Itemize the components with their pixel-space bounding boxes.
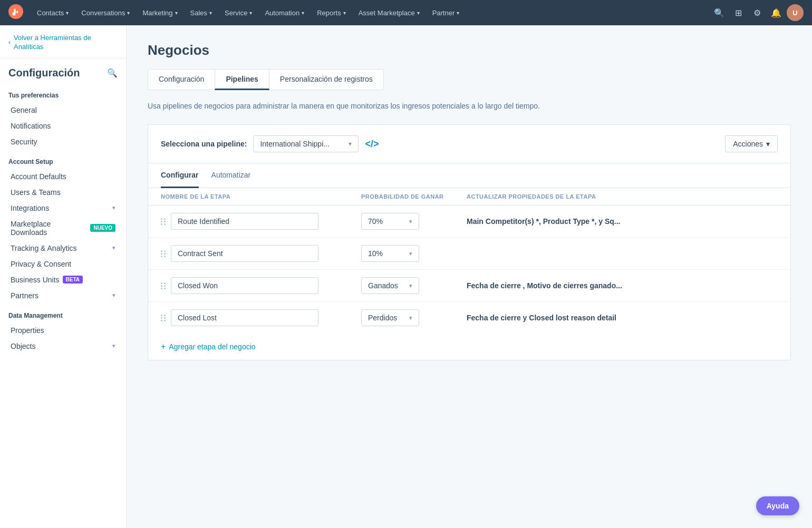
stage-prob-value: 10% — [368, 249, 406, 258]
chevron-down-icon: ▾ — [417, 10, 420, 16]
sidebar-item-account-defaults[interactable]: Account Defaults — [2, 169, 124, 184]
sidebar-item-tracking-analytics[interactable]: Tracking & Analytics ▾ — [2, 240, 124, 256]
stage-name-input[interactable] — [171, 245, 318, 262]
section-title-account-setup: Account Setup — [0, 150, 126, 169]
marketplace-icon[interactable]: ⊞ — [730, 4, 747, 21]
stage-prob-dropdown[interactable]: Perdidos ▾ — [361, 309, 419, 326]
tab-configuracion[interactable]: Configuración — [148, 69, 215, 90]
sidebar-search-icon[interactable]: 🔍 — [107, 68, 118, 78]
chevron-down-icon: ▾ — [302, 10, 304, 16]
stage-rows-container: 70% ▾ Main Competitor(s) *, Product Type… — [148, 206, 790, 334]
chevron-down-icon: ▾ — [175, 10, 178, 16]
stage-name-input[interactable] — [171, 309, 318, 326]
description-text: Usa pipelines de negocios para administr… — [148, 101, 791, 112]
chevron-down-icon: ▾ — [249, 10, 252, 16]
sidebar-item-integrations[interactable]: Integrations ▾ — [2, 200, 124, 216]
nav-marketing[interactable]: Marketing ▾ — [137, 7, 182, 19]
pipeline-dropdown[interactable]: International Shippi... ▾ — [253, 135, 359, 152]
stage-prob-value: Perdidos — [368, 314, 406, 322]
chevron-down-icon: ▾ — [409, 218, 412, 225]
sidebar-item-marketplace-downloads[interactable]: Marketplace Downloads NUEVO — [2, 216, 124, 240]
top-nav: Contacts ▾ Conversations ▾ Marketing ▾ S… — [0, 0, 812, 25]
col-header-update: ACTUALIZAR PROPIEDADES DE LA ETAPA — [467, 193, 778, 200]
hubspot-logo[interactable] — [8, 4, 25, 21]
back-link[interactable]: ‹ Volver a Herramientas de Analíticas — [8, 34, 118, 52]
tab-pipelines[interactable]: Pipelines — [215, 69, 269, 90]
col-header-prob: PROBABILIDAD DE GANAR — [361, 193, 467, 200]
table-row: 10% ▾ — [148, 238, 790, 270]
inner-panel: Configurar Automatizar NOMBRE DE LA ETAP… — [148, 163, 791, 360]
page-tabs: Configuración Pipelines Personalización … — [148, 69, 791, 90]
sidebar-title: Configuración — [8, 67, 80, 79]
stage-prob-dropdown[interactable]: 70% ▾ — [361, 213, 419, 230]
section-title-preferencias: Tus preferencias — [0, 83, 126, 102]
search-icon[interactable]: 🔍 — [711, 4, 728, 21]
stage-prob-cell: 10% ▾ — [361, 245, 467, 262]
inner-tab-configurar[interactable]: Configurar — [161, 163, 199, 188]
sidebar-item-general[interactable]: General — [2, 102, 124, 118]
sidebar-title-area: Configuración 🔍 — [0, 58, 126, 83]
chevron-down-icon: ▾ — [409, 250, 412, 257]
plus-icon: + — [161, 342, 166, 351]
update-props-text: Main Competitor(s) *, Product Type *, y … — [467, 217, 620, 226]
sidebar: ‹ Volver a Herramientas de Analíticas Co… — [0, 25, 127, 528]
sidebar-item-business-units[interactable]: Business Units BETA — [2, 272, 124, 288]
stage-name-input[interactable] — [171, 213, 318, 230]
notifications-icon[interactable]: 🔔 — [768, 4, 785, 21]
chevron-down-icon: ▾ — [66, 10, 69, 16]
app-layout: ‹ Volver a Herramientas de Analíticas Co… — [0, 25, 812, 528]
nav-reports[interactable]: Reports ▾ — [312, 7, 351, 19]
acciones-button[interactable]: Acciones ▾ — [725, 135, 778, 152]
chevron-down-icon: ▾ — [112, 204, 115, 211]
add-stage-label: Agregar etapa del negocio — [169, 343, 255, 351]
back-arrow-icon: ‹ — [8, 38, 11, 47]
nav-contacts[interactable]: Contacts ▾ — [32, 7, 74, 19]
add-stage-link[interactable]: + Agregar etapa del negocio — [161, 342, 778, 351]
table-header: NOMBRE DE LA ETAPA PROBABILIDAD DE GANAR… — [148, 188, 790, 206]
stage-prob-dropdown[interactable]: Ganados ▾ — [361, 277, 419, 294]
chevron-down-icon: ▾ — [343, 10, 346, 16]
nav-sales[interactable]: Sales ▾ — [185, 7, 218, 19]
sidebar-item-security[interactable]: Security — [2, 134, 124, 150]
inner-tab-automatizar[interactable]: Automatizar — [211, 163, 251, 188]
help-button[interactable]: Ayuda — [756, 496, 799, 515]
sidebar-item-objects[interactable]: Objects ▾ — [2, 338, 124, 354]
nav-partner[interactable]: Partner ▾ — [427, 7, 465, 19]
chevron-down-icon: ▾ — [409, 315, 412, 321]
drag-handle[interactable] — [161, 282, 166, 289]
chevron-down-icon: ▾ — [766, 140, 770, 148]
inner-tabs: Configurar Automatizar — [148, 163, 790, 188]
stage-prob-cell: 70% ▾ — [361, 213, 467, 230]
nav-service[interactable]: Service ▾ — [219, 7, 257, 19]
sidebar-item-users-teams[interactable]: Users & Teams — [2, 184, 124, 200]
stage-name-cell — [161, 277, 361, 294]
sidebar-item-partners[interactable]: Partners ▾ — [2, 288, 124, 304]
stage-prob-value: 70% — [368, 217, 406, 226]
user-avatar[interactable]: U — [787, 4, 804, 21]
stage-name-input[interactable] — [171, 277, 318, 294]
col-header-name: NOMBRE DE LA ETAPA — [161, 193, 361, 200]
chevron-down-icon: ▾ — [112, 292, 115, 299]
sidebar-item-privacy-consent[interactable]: Privacy & Consent — [2, 256, 124, 272]
nav-asset-marketplace[interactable]: Asset Marketplace ▾ — [353, 7, 425, 19]
stage-name-cell — [161, 309, 361, 326]
drag-handle[interactable] — [161, 218, 166, 225]
add-stage-row: + Agregar etapa del negocio — [148, 334, 790, 360]
stages-table: NOMBRE DE LA ETAPA PROBABILIDAD DE GANAR… — [148, 188, 790, 360]
table-row: Ganados ▾ Fecha de cierre , Motivo de ci… — [148, 270, 790, 302]
sidebar-item-notifications[interactable]: Notifications — [2, 118, 124, 134]
nav-automation[interactable]: Automation ▾ — [259, 7, 310, 19]
tab-personalizacion[interactable]: Personalización de registros — [269, 69, 384, 90]
sidebar-item-properties[interactable]: Properties — [2, 322, 124, 338]
chevron-down-icon: ▾ — [127, 10, 130, 16]
stage-prob-cell: Perdidos ▾ — [361, 309, 467, 326]
stage-name-cell — [161, 245, 361, 262]
settings-icon[interactable]: ⚙ — [749, 4, 766, 21]
drag-handle[interactable] — [161, 250, 166, 257]
nav-conversations[interactable]: Conversations ▾ — [76, 7, 135, 19]
code-snippet-icon[interactable]: </> — [365, 139, 379, 150]
chevron-down-icon: ▾ — [112, 245, 115, 251]
stage-prob-dropdown[interactable]: 10% ▾ — [361, 245, 419, 262]
stage-prob-value: Ganados — [368, 281, 406, 290]
drag-handle[interactable] — [161, 315, 166, 321]
